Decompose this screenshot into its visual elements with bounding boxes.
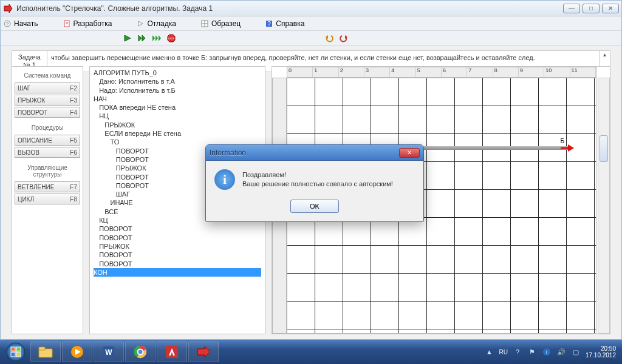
dialog-title: Information — [210, 149, 399, 157]
cmd-call-label: ВЫЗОВ — [18, 149, 39, 156]
svg-marker-12 — [125, 35, 131, 41]
ruler-tick: 6 — [442, 67, 467, 77]
tray-volume-icon[interactable]: 🔊 — [556, 347, 566, 357]
cmd-turn-label: ПОВОРОТ — [18, 109, 47, 116]
svg-marker-17 — [159, 35, 161, 41]
clock-time: 20:50 — [586, 345, 616, 352]
code-line[interactable]: ПОВОРОТ — [94, 251, 261, 259]
field-scrollbar[interactable] — [598, 78, 610, 334]
tray-battery-icon[interactable]: ▢ — [571, 347, 581, 357]
run-toolbar: STOP — [1, 31, 621, 46]
system-tray: ▲ RU ? ⚑ i 🔊 ▢ 20:50 17.10.2012 — [484, 345, 620, 359]
scroll-up-icon[interactable]: ▲ — [600, 51, 610, 58]
group-proc-title: Процедуры — [15, 123, 80, 133]
svg-text:i: i — [546, 349, 547, 355]
cmd-call-button[interactable]: ВЫЗОВF6 — [15, 147, 80, 158]
cmd-jump-button[interactable]: ПРЫЖОКF3 — [15, 95, 80, 106]
tray-flag-icon[interactable]: ⚑ — [527, 347, 537, 357]
dialog-message: Поздравляем! Ваше решение полностью совп… — [242, 169, 393, 189]
info-icon: i — [214, 169, 235, 190]
taskbar-media[interactable] — [62, 342, 92, 362]
menu-bar: ? Начать Разработка Отладка Образец ? Сп… — [1, 16, 621, 31]
start-button[interactable] — [2, 341, 29, 363]
undo-icon[interactable] — [324, 33, 335, 44]
cmd-branch-button[interactable]: ВЕТВЛЕНИЕF7 — [15, 181, 80, 192]
svg-marker-23 — [568, 144, 574, 152]
fast-forward-icon[interactable] — [151, 33, 162, 44]
cmd-loop-button[interactable]: ЦИКЛF8 — [15, 194, 80, 204]
menu-sample[interactable]: Образец — [200, 19, 241, 28]
code-line[interactable]: ПОВОРОТ — [94, 260, 261, 268]
dialog-ok-button[interactable]: OK — [290, 200, 339, 213]
dialog-title-bar[interactable]: Information ✕ — [206, 145, 423, 161]
svg-marker-38 — [197, 346, 210, 357]
group-commands-title: Система команд — [15, 70, 80, 81]
ruler-tick: 1 — [313, 67, 338, 77]
clock[interactable]: 20:50 17.10.2012 — [586, 345, 616, 359]
cmd-desc-button[interactable]: ОПИСАНИЕF5 — [15, 135, 80, 146]
taskbar-explorer[interactable] — [30, 342, 61, 362]
tray-expand-icon[interactable]: ▲ — [484, 347, 494, 357]
taskbar-chrome[interactable] — [125, 342, 156, 362]
svg-point-24 — [7, 343, 25, 361]
taskbar-word[interactable]: W — [94, 342, 124, 362]
taskbar-adobe[interactable] — [157, 342, 187, 362]
run-icon[interactable] — [122, 33, 133, 44]
maximize-button[interactable]: □ — [583, 4, 600, 13]
menu-debug-label: Отладка — [147, 19, 176, 28]
svg-marker-0 — [4, 4, 12, 13]
ruler-tick: 9 — [519, 67, 544, 77]
code-line[interactable]: НЦ — [94, 112, 261, 120]
svg-rect-28 — [16, 352, 21, 357]
ruler-tick: 7 — [467, 67, 493, 77]
dialog-close-button[interactable]: ✕ — [399, 148, 420, 158]
cmd-jump-key: F3 — [70, 97, 77, 104]
ruler-tick: 4 — [390, 67, 415, 77]
code-line[interactable]: Надо: Исполнитель в т.Б — [94, 86, 261, 95]
code-line[interactable]: НАЧ — [94, 95, 261, 103]
close-button[interactable]: ✕ — [602, 4, 619, 13]
menu-debug[interactable]: Отладка — [136, 19, 176, 28]
minimize-button[interactable]: — — [563, 4, 580, 13]
svg-rect-26 — [16, 347, 21, 351]
title-bar: Исполнитель "Стрелочка". Сложные алгорит… — [1, 1, 621, 16]
menu-start[interactable]: ? Начать — [3, 19, 38, 28]
commands-panel: Система команд ШАГF2 ПРЫЖОКF3 ПОВОРОТF4 … — [12, 66, 83, 334]
cmd-desc-key: F5 — [70, 137, 77, 144]
code-line[interactable]: ЕСЛИ впереди НЕ стена — [94, 129, 261, 138]
code-line[interactable]: АЛГОРИТМ ПУТЬ_0 — [94, 69, 261, 77]
code-line[interactable]: Дано: Исполнитель в т.А — [94, 77, 261, 86]
taskbar-app[interactable] — [188, 342, 219, 362]
svg-marker-6 — [138, 21, 143, 26]
code-line[interactable]: ПОВОРОТ — [94, 224, 261, 233]
app-icon — [3, 4, 13, 13]
code-line[interactable]: ПРЫЖОК — [94, 121, 261, 129]
svg-rect-27 — [11, 352, 15, 357]
menu-help-label: Справка — [276, 19, 304, 28]
code-line[interactable]: ПОВОРОТ — [94, 234, 261, 242]
cmd-step-button[interactable]: ШАГF2 — [15, 83, 80, 93]
cmd-loop-label: ЦИКЛ — [18, 196, 34, 203]
svg-rect-30 — [39, 347, 45, 350]
code-line[interactable]: ПОКА впереди НЕ стена — [94, 103, 261, 112]
scrollbar-thumb[interactable] — [600, 135, 608, 162]
menu-develop[interactable]: Разработка — [63, 19, 112, 28]
help-small-icon: ? — [3, 19, 12, 28]
ruler-tick: 3 — [364, 67, 390, 77]
svg-text:STOP: STOP — [168, 37, 175, 40]
lang-indicator[interactable]: RU — [499, 349, 507, 356]
tray-network-icon[interactable]: i — [542, 347, 552, 357]
code-line[interactable]: КОН — [94, 268, 261, 277]
ruler-tick: 2 — [339, 67, 364, 77]
step-over-icon[interactable] — [137, 33, 148, 44]
cmd-turn-button[interactable]: ПОВОРОТF4 — [15, 107, 80, 118]
stop-icon[interactable]: STOP — [166, 33, 177, 44]
redo-icon[interactable] — [338, 33, 349, 44]
cmd-call-key: F6 — [70, 149, 77, 156]
tray-help-icon[interactable]: ? — [513, 347, 522, 357]
menu-help[interactable]: ? Справка — [265, 19, 304, 28]
code-line[interactable]: ПРЫЖОК — [94, 242, 261, 251]
grid-icon — [200, 19, 209, 28]
menu-develop-label: Разработка — [73, 19, 112, 28]
svg-text:?: ? — [6, 21, 9, 27]
